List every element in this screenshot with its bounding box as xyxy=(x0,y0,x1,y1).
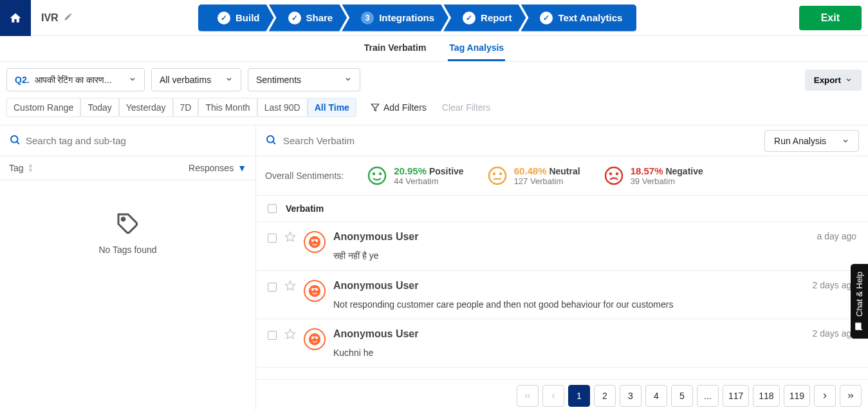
check-icon: ✓ xyxy=(217,12,230,24)
page-118[interactable]: 118 xyxy=(753,385,779,407)
page-2[interactable]: 2 xyxy=(594,385,616,407)
project-name[interactable]: IVR xyxy=(31,12,108,24)
item-checkbox[interactable] xyxy=(268,331,277,340)
date-filter-custom-range[interactable]: Custom Range xyxy=(6,98,80,117)
no-tags-empty-state: No Tags found xyxy=(0,180,255,410)
sentiment-percent: 60.48% xyxy=(514,165,547,176)
no-tags-text: No Tags found xyxy=(98,245,156,255)
project-name-text: IVR xyxy=(41,12,59,24)
star-icon[interactable] xyxy=(284,280,296,292)
clear-filters[interactable]: Clear Filters xyxy=(437,102,495,113)
svg-rect-20 xyxy=(311,239,318,241)
svg-point-17 xyxy=(309,236,320,248)
svg-marker-0 xyxy=(371,104,379,111)
right-panel: Run Analysis Overall Sentiments: 20.95% … xyxy=(256,126,868,410)
responses-header-label: Responses xyxy=(189,163,234,173)
home-button[interactable] xyxy=(0,0,31,36)
chevron-down-icon xyxy=(225,75,233,85)
tab-tag-analysis[interactable]: Tag Analysis xyxy=(448,36,505,61)
export-button[interactable]: Export xyxy=(805,70,862,91)
verbatim-text: Kuchni he xyxy=(333,348,856,358)
svg-point-3 xyxy=(122,218,125,221)
verbatim-item[interactable]: Anonymous UserKuchni he2 days ago xyxy=(256,319,868,368)
question-select[interactable]: Q2. आपकी रेटिंग का कारण... xyxy=(6,68,145,91)
step-build[interactable]: ✓Build xyxy=(198,5,274,32)
tag-icon xyxy=(116,212,140,236)
sentiments-select[interactable]: Sentiments xyxy=(248,68,360,91)
svg-point-14 xyxy=(609,172,612,175)
sentiment-label: Positive xyxy=(429,166,464,176)
responses-column-header[interactable]: Responses ▼ xyxy=(189,163,246,173)
page-1[interactable]: 1 xyxy=(568,385,590,407)
sentiment-neutral: 60.48% Neutral127 Verbatim xyxy=(487,165,580,186)
page-ellipsis: ... xyxy=(697,385,719,407)
item-checkbox[interactable] xyxy=(268,234,277,243)
chat-help-label: Chat & Help xyxy=(854,272,864,317)
svg-point-9 xyxy=(489,167,506,184)
date-filter-yesterday[interactable]: Yesterday xyxy=(119,98,173,117)
tag-header-row: Tag ▲▼ Responses ▼ xyxy=(0,156,255,180)
add-filters[interactable]: Add Filters xyxy=(365,102,432,113)
page-117[interactable]: 117 xyxy=(723,385,749,407)
verbatim-search-row: Run Analysis xyxy=(256,126,868,156)
sentiment-count: 127 Verbatim xyxy=(514,176,580,186)
page-5[interactable]: 5 xyxy=(671,385,693,407)
question-text: आपकी रेटिंग का कारण... xyxy=(35,75,112,86)
page-last[interactable] xyxy=(840,385,862,407)
svg-point-15 xyxy=(616,172,618,175)
date-filter-7d[interactable]: 7D xyxy=(173,98,199,117)
step-integrations[interactable]: 3Integrations xyxy=(342,5,448,32)
face-negative-icon xyxy=(604,165,624,186)
svg-point-10 xyxy=(493,172,495,175)
date-filter-this-month[interactable]: This Month xyxy=(198,98,257,117)
step-share[interactable]: ✓Share xyxy=(269,5,347,32)
date-filter-row: Custom RangeTodayYesterday7DThis MonthLa… xyxy=(0,98,868,126)
page-119[interactable]: 119 xyxy=(784,385,810,407)
exit-button[interactable]: Exit xyxy=(799,6,862,30)
svg-point-6 xyxy=(369,167,385,184)
avatar-icon xyxy=(304,328,326,350)
page-next[interactable] xyxy=(814,385,836,407)
face-positive-icon xyxy=(367,165,387,186)
verbatim-item[interactable]: Anonymous UserNot responding customer ca… xyxy=(256,271,868,319)
check-icon: ✓ xyxy=(540,12,553,24)
svg-rect-25 xyxy=(311,288,318,290)
verbatims-select[interactable]: All verbatims xyxy=(151,68,241,91)
verbatim-column-header: Verbatim xyxy=(286,203,324,214)
step-text-analytics[interactable]: ✓Text Analytics xyxy=(521,5,636,32)
add-filters-label: Add Filters xyxy=(383,102,427,113)
date-filter-all-time[interactable]: All Time xyxy=(308,98,356,117)
step-label: Report xyxy=(481,12,512,23)
tab-train-verbatim[interactable]: Train Verbatim xyxy=(363,36,427,61)
edit-icon[interactable] xyxy=(64,12,73,24)
item-checkbox[interactable] xyxy=(268,283,277,292)
svg-line-2 xyxy=(17,142,19,144)
chat-icon xyxy=(855,322,864,331)
svg-point-22 xyxy=(309,285,320,297)
date-filter-last-90d[interactable]: Last 90D xyxy=(257,98,308,117)
verbatim-text: Not responding customer care people and … xyxy=(333,299,856,310)
sentiment-count: 39 Verbatim xyxy=(631,176,703,186)
svg-marker-21 xyxy=(286,281,295,290)
chevron-down-icon xyxy=(344,75,352,85)
star-icon[interactable] xyxy=(284,231,296,243)
select-all-checkbox[interactable] xyxy=(268,204,277,213)
home-icon xyxy=(9,12,22,24)
verbatim-item[interactable]: Anonymous Userसही नहीं है yea day ago xyxy=(256,222,868,271)
tag-search-input[interactable] xyxy=(26,135,246,146)
step-report[interactable]: ✓Report xyxy=(443,5,526,32)
chat-help-tab[interactable]: Chat & Help xyxy=(851,264,868,339)
overall-sentiments-label: Overall Sentiments: xyxy=(265,171,344,181)
verbatim-time: a day ago xyxy=(817,231,857,241)
date-filter-today[interactable]: Today xyxy=(80,98,118,117)
page-4[interactable]: 4 xyxy=(645,385,667,407)
top-header: IVR ✓Build✓Share3Integrations✓Report✓Tex… xyxy=(0,0,868,36)
verbatim-search-input[interactable] xyxy=(283,135,758,146)
page-3[interactable]: 3 xyxy=(620,385,642,407)
star-icon[interactable] xyxy=(284,328,296,340)
sentiment-count: 44 Verbatim xyxy=(394,176,463,186)
run-analysis-select[interactable]: Run Analysis xyxy=(764,130,859,152)
svg-marker-26 xyxy=(286,330,295,339)
tag-column-header[interactable]: Tag ▲▼ xyxy=(9,163,33,173)
sentiment-summary: Overall Sentiments: 20.95% Positive44 Ve… xyxy=(256,156,868,196)
